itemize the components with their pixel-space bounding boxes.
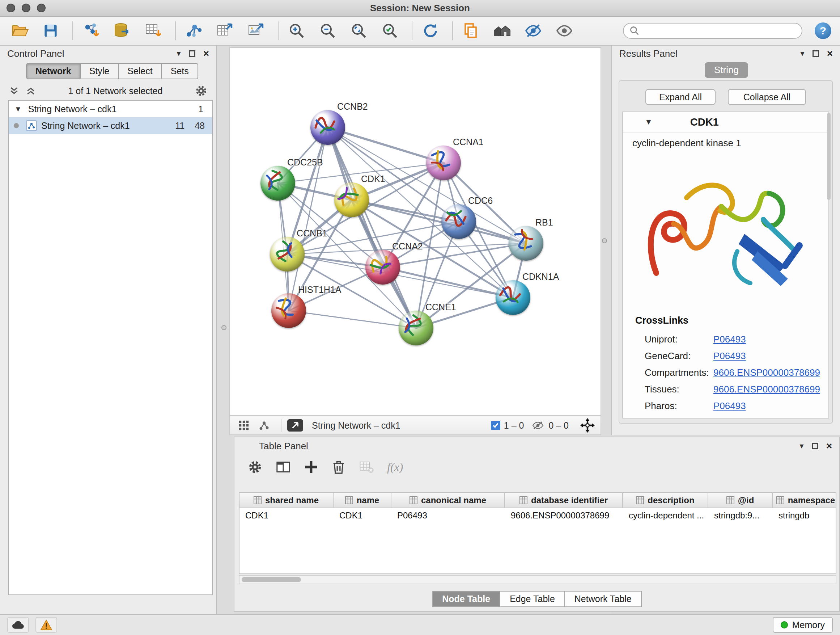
zoom-in-button[interactable] <box>286 20 308 42</box>
float-panel-icon[interactable]: ▾ <box>801 49 805 58</box>
network-edge[interactable] <box>328 127 416 328</box>
import-table-button[interactable] <box>142 20 164 42</box>
tab-sets[interactable]: Sets <box>162 63 198 79</box>
close-panel-icon[interactable]: × <box>827 49 833 59</box>
crosslink-value-link[interactable]: P06493 <box>714 401 746 412</box>
column-header-shared-name[interactable]: shared name <box>240 493 333 508</box>
network-node-cdc25b[interactable] <box>261 166 295 201</box>
home-layout-button[interactable] <box>491 20 513 42</box>
tab-network[interactable]: Network <box>26 63 81 79</box>
network-tree: ▼ String Network – cdk1 1 String Network… <box>8 100 213 595</box>
network-node-ccna1[interactable] <box>426 146 461 180</box>
memory-button[interactable]: Memory <box>773 617 833 633</box>
network-row[interactable]: String Network – cdk1 11 48 <box>9 117 212 134</box>
apply-layout-button[interactable] <box>420 20 441 42</box>
network-node-cdc6[interactable] <box>441 204 476 239</box>
tab-string[interactable]: String <box>705 62 748 78</box>
collapse-caret-icon[interactable]: ▼ <box>645 117 653 127</box>
expand-all-icon[interactable] <box>25 86 36 96</box>
float-panel-icon[interactable]: ▾ <box>800 441 804 451</box>
network-overview-button[interactable] <box>256 417 272 433</box>
float-panel-icon[interactable]: ▾ <box>177 49 181 58</box>
network-edge[interactable] <box>383 267 513 298</box>
column-header-name[interactable]: name <box>333 493 392 508</box>
crosslink-value-link[interactable]: 9606.ENSP00000378699 <box>714 367 820 378</box>
help-button[interactable]: ? <box>815 22 831 39</box>
zoom-selected-button[interactable] <box>379 20 401 42</box>
maximize-panel-icon[interactable] <box>189 50 195 57</box>
column-header-canonical-name[interactable]: canonical name <box>392 493 505 508</box>
search-input[interactable] <box>639 25 784 36</box>
crosslink-value-link[interactable]: 9606.ENSP00000378699 <box>714 384 820 395</box>
crosslink-value-link[interactable]: P06493 <box>714 334 746 345</box>
export-table-icon <box>216 21 234 40</box>
network-node-ccna2[interactable] <box>365 250 400 285</box>
column-header-database-identifier[interactable]: database identifier <box>505 493 623 508</box>
cloud-status-button[interactable] <box>7 617 29 633</box>
add-column-plus-icon[interactable] <box>304 460 318 474</box>
show-panels-button[interactable] <box>554 20 575 42</box>
expand-all-button[interactable]: Expand All <box>645 89 715 105</box>
network-node-cdkn1a[interactable] <box>496 280 531 315</box>
window-title: Session: New Session <box>0 3 840 14</box>
network-node-ccnb2[interactable] <box>310 110 345 145</box>
column-header-label: description <box>647 495 694 505</box>
crosslink-value-link[interactable]: P06493 <box>714 350 746 362</box>
column-header-description[interactable]: description <box>623 493 708 508</box>
protein-structure-thumbnail <box>271 293 300 322</box>
warnings-button[interactable] <box>35 617 57 633</box>
network-node-rb1[interactable] <box>508 226 543 261</box>
collection-caret-icon[interactable]: ▼ <box>14 105 22 113</box>
show-columns-icon[interactable] <box>276 459 291 475</box>
column-header-id[interactable]: @id <box>708 493 773 508</box>
collapse-all-button[interactable]: Collapse All <box>728 89 806 105</box>
tab-select[interactable]: Select <box>118 63 162 79</box>
splitter-handle[interactable] <box>221 325 226 330</box>
network-node-ccne1[interactable] <box>399 310 433 345</box>
gear-icon[interactable] <box>248 459 263 475</box>
fit-content-crosshair-icon[interactable] <box>580 418 595 432</box>
maximize-panel-icon[interactable] <box>812 443 818 449</box>
search-box[interactable] <box>623 23 802 39</box>
column-header-namespace[interactable]: namespace <box>773 493 836 508</box>
export-image-button[interactable] <box>245 20 267 42</box>
zoom-out-button[interactable] <box>317 20 339 42</box>
import-network-database-button[interactable] <box>111 20 133 42</box>
zoom-fit-button[interactable] <box>348 20 370 42</box>
table-row[interactable]: CDK1CDK1P064939606.ENSP00000378699cyclin… <box>240 508 836 524</box>
copy-annotation-button[interactable] <box>460 20 482 42</box>
birdseye-view-button[interactable] <box>236 417 252 433</box>
memory-label: Memory <box>792 620 825 630</box>
open-session-button[interactable] <box>9 20 30 42</box>
tab-node-table[interactable]: Node Table <box>432 591 500 607</box>
export-table-button[interactable] <box>214 20 236 42</box>
selected-checkbox-icon[interactable] <box>491 421 500 430</box>
network-collection-row[interactable]: ▼ String Network – cdk1 1 <box>9 101 212 117</box>
close-panel-icon[interactable]: × <box>826 441 832 451</box>
network-node-hist1h1a[interactable] <box>271 293 306 328</box>
results-scrollbar[interactable] <box>827 113 831 200</box>
close-panel-icon[interactable]: × <box>203 49 209 59</box>
network-node-ccnb1[interactable] <box>270 237 305 272</box>
hide-panels-button[interactable] <box>523 20 544 42</box>
scrollbar-thumb[interactable] <box>242 577 301 582</box>
table-horizontal-scrollbar[interactable] <box>239 575 836 584</box>
save-session-button[interactable] <box>40 20 62 42</box>
tab-style[interactable]: Style <box>81 63 119 79</box>
tab-edge-table[interactable]: Edge Table <box>500 591 565 607</box>
splitter-handle[interactable] <box>602 238 607 243</box>
collapse-all-icon[interactable] <box>9 86 19 96</box>
protein-card-header[interactable]: ▼ CDK1 <box>623 112 829 133</box>
network-node-cdk1[interactable] <box>334 182 369 217</box>
table-panel: Table Panel ▾ × f(x) shared namenamecano… <box>234 437 840 612</box>
network-canvas[interactable]: CCNB2CCNA1CDC25BCDK1CDC6RB1CCNB1CCNA2CDK… <box>229 47 601 416</box>
export-view-button[interactable] <box>287 419 303 432</box>
maximize-panel-icon[interactable] <box>813 50 819 57</box>
network-edge[interactable] <box>289 310 416 328</box>
gear-icon[interactable] <box>195 84 208 97</box>
network-from-selection-button[interactable] <box>183 20 205 42</box>
network-edges-svg <box>230 48 601 416</box>
import-network-file-button[interactable] <box>80 20 102 42</box>
trash-icon[interactable] <box>332 459 346 475</box>
tab-network-table[interactable]: Network Table <box>565 591 642 607</box>
